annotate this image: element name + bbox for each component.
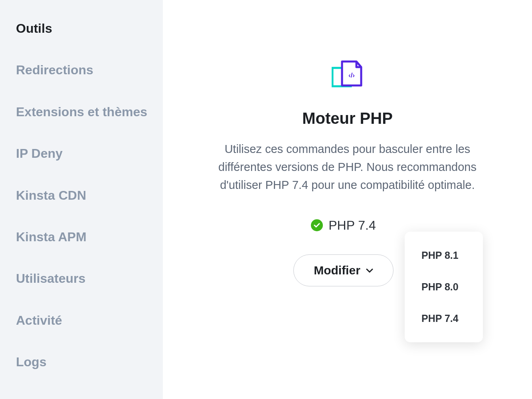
php-file-icon: ‹/› xyxy=(332,60,364,89)
sidebar-item-activite[interactable]: Activité xyxy=(16,313,163,328)
dropdown-option-php74[interactable]: PHP 7.4 xyxy=(405,303,483,334)
svg-text:‹/›: ‹/› xyxy=(348,71,354,79)
modify-button-label: Modifier xyxy=(314,264,360,277)
chevron-down-icon xyxy=(366,268,373,273)
version-dropdown: PHP 8.1 PHP 8.0 PHP 7.4 xyxy=(405,232,483,342)
current-version-text: PHP 7.4 xyxy=(328,218,376,233)
sidebar-item-utilisateurs[interactable]: Utilisateurs xyxy=(16,271,163,286)
check-icon xyxy=(311,219,323,231)
main-content: ‹/› Moteur PHP Utilisez ces commandes po… xyxy=(163,0,532,399)
dropdown-option-php80[interactable]: PHP 8.0 xyxy=(405,271,483,303)
sidebar-item-redirections[interactable]: Redirections xyxy=(16,62,163,77)
modify-button[interactable]: Modifier xyxy=(293,254,394,286)
page-title: Moteur PHP xyxy=(302,109,393,127)
current-version-row: PHP 7.4 xyxy=(311,218,376,233)
sidebar-item-ipdeny[interactable]: IP Deny xyxy=(16,146,163,161)
sidebar-item-logs[interactable]: Logs xyxy=(16,354,163,369)
page-description: Utilisez ces commandes pour basculer ent… xyxy=(212,140,483,194)
sidebar: Outils Redirections Extensions et thèmes… xyxy=(0,0,163,399)
sidebar-item-kinstacdn[interactable]: Kinsta CDN xyxy=(16,188,163,203)
dropdown-option-php81[interactable]: PHP 8.1 xyxy=(405,240,483,271)
sidebar-item-outils[interactable]: Outils xyxy=(16,21,163,36)
sidebar-item-kinstaapm[interactable]: Kinsta APM xyxy=(16,229,163,244)
sidebar-item-extensions[interactable]: Extensions et thèmes xyxy=(16,104,163,119)
